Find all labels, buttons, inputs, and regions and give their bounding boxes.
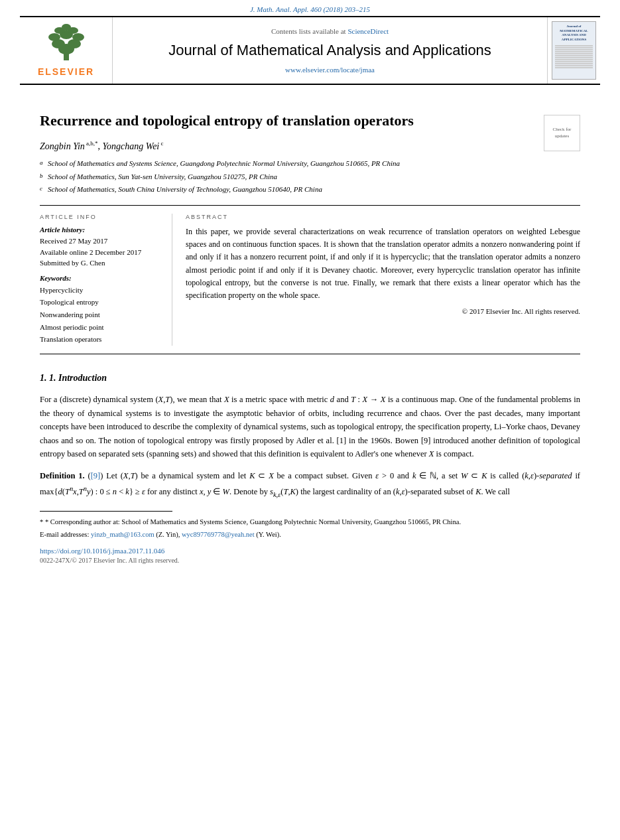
paper-title: Recurrence and topological entropy of tr… [40, 111, 580, 131]
article-info-abstract: ARTICLE INFO Article history: Received 2… [40, 214, 580, 346]
available-date: Available online 2 December 2017 [40, 247, 161, 258]
def-ref: [9] [91, 471, 101, 480]
elsevier-tree-icon [40, 24, 93, 64]
definition-1: Definition 1. ([9]) Let (X,T) be a dynam… [40, 469, 580, 500]
email-name-1: (Z. Yin), [156, 531, 182, 538]
footnote-star-symbol: * [40, 518, 45, 525]
author-zongbin-sup: a,b,* [85, 140, 98, 147]
journal-header: ELSEVIER Contents lists available at Sci… [20, 16, 600, 85]
authors-line: Zongbin Yin a,b,*, Yongchang Wei c [40, 140, 580, 152]
author-zongbin: Zongbin Yin [40, 141, 85, 151]
copyright-text: © 2017 Elsevier Inc. All rights reserved… [186, 307, 580, 315]
keyword-3: Nonwandering point [40, 309, 161, 321]
affil-sup-a: a [40, 158, 46, 167]
journal-main-title: Journal of Mathematical Analysis and App… [168, 42, 491, 59]
affil-text-b: School of Mathematics, Sun Yat-sen Unive… [48, 171, 277, 183]
affil-sup-b: b [40, 171, 46, 180]
submitted-by: Submitted by G. Chen [40, 257, 161, 269]
article-history-label: Article history: [40, 226, 161, 234]
affiliations: a School of Mathematics and Systems Scie… [40, 158, 580, 196]
journal-ref-text: J. Math. Anal. Appl. 460 (2018) 203–215 [0, 0, 620, 16]
affil-text-c: School of Mathematics, South China Unive… [48, 184, 322, 196]
email-name-2: (Y. Wei). [256, 531, 281, 538]
science-direct-line: Contents lists available at ScienceDirec… [271, 27, 389, 35]
email-link-2[interactable]: wyc897769778@yeah.net [182, 531, 255, 538]
elsevier-logo: ELSEVIER [20, 17, 113, 84]
paper-title-section: Check forupdates Recurrence and topologi… [40, 111, 580, 131]
cover-decorative-lines [554, 44, 594, 69]
doi-url[interactable]: https://doi.org/10.1016/j.jmaa.2017.11.0… [40, 547, 164, 555]
journal-reference-line: J. Math. Anal. Appl. 460 (2018) 203–215 [0, 0, 620, 16]
journal-title-area: Contents lists available at ScienceDirec… [113, 17, 547, 84]
check-updates-text: Check forupdates [553, 127, 572, 140]
author-yongchang: Yongchang Wei [103, 141, 160, 151]
author-yongchang-sup: c [159, 140, 163, 147]
intro-paragraph-1: For a (discrete) dynamical system (X,T),… [40, 393, 580, 461]
section-number: 1. [40, 373, 49, 383]
keywords-label: Keywords: [40, 274, 161, 282]
footnote-email-label: E-mail addresses: [40, 531, 89, 538]
svg-point-9 [62, 24, 71, 31]
journal-cover-thumbnail: Journal ofMATHEMATICALANALYSIS ANDAPPLIC… [547, 17, 600, 84]
keyword-5: Translation operators [40, 333, 161, 346]
article-info-title: ARTICLE INFO [40, 214, 161, 220]
svg-rect-0 [64, 54, 69, 60]
check-updates-badge: Check forupdates [544, 115, 580, 151]
keywords-list: Hypercyclicity Topological entropy Nonwa… [40, 284, 161, 346]
footnote-star: * * Corresponding author at: School of M… [40, 517, 580, 527]
content-area: Check forupdates Recurrence and topologi… [0, 85, 620, 577]
footnote-email: E-mail addresses: yinzb_math@163.com (Z.… [40, 529, 580, 540]
keyword-4: Almost periodic point [40, 321, 161, 334]
email-link-1[interactable]: yinzb_math@163.com [91, 531, 155, 538]
issn-text: 0022-247X/© 2017 Elsevier Inc. All right… [40, 557, 580, 564]
abstract-text: In this paper, we provide several charac… [186, 226, 580, 302]
cover-title: Journal ofMATHEMATICALANALYSIS ANDAPPLIC… [560, 25, 588, 42]
footnote-divider [40, 511, 172, 512]
definition-label: Definition 1. [40, 471, 85, 480]
section-1-title: 1. 1. Introduction [40, 373, 580, 384]
affiliation-c: c School of Mathematics, South China Uni… [40, 184, 580, 196]
keyword-2: Topological entropy [40, 296, 161, 309]
affil-sup-c: c [40, 184, 46, 193]
abstract-col: ABSTRACT In this paper, we provide sever… [186, 214, 580, 346]
received-date: Received 27 May 2017 [40, 236, 161, 247]
affil-text-a: School of Mathematics and Systems Scienc… [48, 158, 400, 170]
journal-url[interactable]: www.elsevier.com/locate/jmaa [285, 66, 375, 74]
svg-point-4 [48, 33, 60, 41]
cover-image: Journal ofMATHEMATICALANALYSIS ANDAPPLIC… [552, 21, 596, 80]
divider-1 [40, 205, 580, 206]
doi-link[interactable]: https://doi.org/10.1016/j.jmaa.2017.11.0… [40, 547, 580, 555]
science-direct-link[interactable]: ScienceDirect [347, 27, 389, 35]
footnote-star-text: * Corresponding author at: School of Mat… [45, 518, 461, 525]
elsevier-brand-text: ELSEVIER [38, 66, 94, 77]
abstract-title: ABSTRACT [186, 214, 580, 220]
article-info-col: ARTICLE INFO Article history: Received 2… [40, 214, 172, 346]
divider-2 [40, 354, 580, 354]
svg-point-6 [72, 33, 84, 41]
affiliation-a: a School of Mathematics and Systems Scie… [40, 158, 580, 170]
keyword-1: Hypercyclicity [40, 284, 161, 297]
affiliation-b: b School of Mathematics, Sun Yat-sen Uni… [40, 171, 580, 183]
